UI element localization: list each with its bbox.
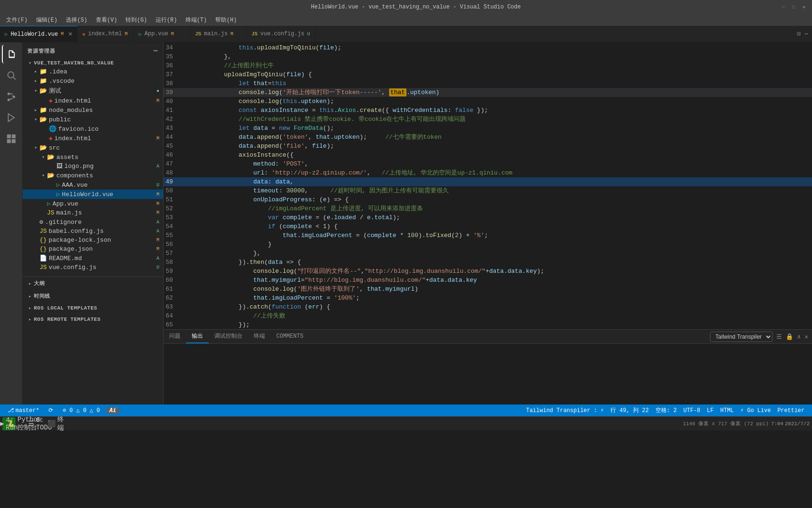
sidebar-item-ros-local[interactable]: ▸ ROS LOCAL TEMPLATES — [23, 302, 163, 314]
folder-icon: 📁 — [39, 77, 47, 85]
section-label: ROS REMOTE TEMPLATES — [34, 317, 101, 322]
sidebar-item-src[interactable]: ▾ 📂 src — [23, 143, 163, 152]
status-language[interactable]: HTML — [718, 407, 737, 414]
close-button[interactable]: ✕ — [801, 4, 807, 10]
source-control-icon[interactable] — [2, 87, 21, 106]
panel-tab-terminal[interactable]: 终端 — [248, 330, 271, 343]
svg-rect-5 — [7, 139, 10, 143]
menu-terminal[interactable]: 终端(T) — [182, 15, 211, 25]
sidebar-item-package-json[interactable]: {} package.json M — [23, 245, 163, 254]
menu-view[interactable]: 查看(V) — [92, 15, 121, 25]
tab-close-button[interactable]: × — [68, 31, 72, 38]
sidebar-item-outline[interactable]: ▸ 大纲 — [23, 277, 163, 290]
status-sync[interactable]: ⟳ — [46, 407, 56, 414]
tab-app-vue[interactable]: ▷ App.vue M — [134, 26, 190, 42]
tab-main-js[interactable]: JS main.js M — [190, 26, 247, 42]
project-name: VUE_TEST_HAVING_NO_VALUE — [34, 60, 114, 66]
system-tray: 7:04 2021/7/2 — [771, 421, 810, 427]
menu-help[interactable]: 帮助(H) — [211, 15, 241, 25]
status-spaces[interactable]: 空格: 2 — [653, 406, 680, 414]
menu-file[interactable]: 文件(F) — [2, 15, 31, 25]
sidebar-item-components[interactable]: ▾ 📂 components — [23, 171, 163, 180]
eol-text: LF — [707, 407, 713, 414]
project-root[interactable]: ▾ VUE_TEST_HAVING_NO_VALUE — [23, 59, 163, 67]
search-icon[interactable] — [2, 66, 21, 85]
more-actions-icon[interactable]: ⋯ — [804, 30, 808, 38]
code-line-41: 41 const axiosInstance = this.Axios.crea… — [164, 106, 812, 115]
panel-tab-problems[interactable]: 问题 — [164, 330, 186, 343]
vue-file-icon: ▷ — [56, 181, 60, 189]
tab-helloworld[interactable]: ▷ HelloWorld.vue M × — [0, 26, 78, 42]
sidebar-item-aaa-vue[interactable]: ▷ AAA.vue U — [23, 180, 163, 190]
status-prettier[interactable]: Prettier — [774, 407, 807, 414]
code-editor[interactable]: 34 this.uploadImgToQiniu(file); 35 }, 36… — [164, 42, 812, 329]
chevron-down-icon: ▾ — [26, 60, 34, 66]
sidebar-item-index-html-tests[interactable]: ◈ index.html M — [23, 96, 163, 105]
sidebar-item-readme[interactable]: 📄 README.md A — [23, 254, 163, 263]
status-ai[interactable]: Ai — [107, 407, 119, 414]
chevron-right-icon: ▸ — [32, 107, 39, 113]
tailwind-transpiler-select[interactable]: Tailwind Transpiler — [710, 332, 773, 342]
tab-index-html[interactable]: ◈ index.html M — [78, 26, 134, 42]
badge-A: A — [156, 220, 159, 225]
status-bar: ⎇ master* ⟳ ⊘ 0 △ 0 △ 0 Ai Tailwind Tran… — [0, 405, 812, 416]
menu-select[interactable]: 选择(S) — [62, 15, 91, 25]
tab-vue-config[interactable]: JS vue.config.js U — [247, 26, 315, 42]
sidebar-item-gitignore[interactable]: ⚙ .gitignore A — [23, 217, 163, 227]
sidebar-item-logo[interactable]: 🖼 logo.png A — [23, 162, 163, 171]
panel-icon-collapse[interactable]: ∧ — [797, 333, 801, 341]
sidebar-item-babel-config[interactable]: JS babel.config.js A — [23, 227, 163, 236]
sidebar-item-app-vue[interactable]: ▷ App.vue M — [23, 199, 163, 208]
menu-goto[interactable]: 转到(G) — [122, 15, 151, 25]
sidebar-item-node-modules[interactable]: ▸ 📁 node_modules — [23, 105, 163, 115]
panel-icon-lock[interactable]: 🔒 — [786, 333, 793, 341]
sidebar-item-package-lock[interactable]: {} package-lock.json M — [23, 236, 163, 245]
sidebar-item-timeline[interactable]: ▸ 时间线 — [23, 290, 163, 302]
status-tailwind[interactable]: Tailwind Transpiler : ⚡ — [523, 407, 607, 414]
split-editor-icon[interactable]: ⊡ — [797, 30, 801, 38]
panel-icon-list[interactable]: ☰ — [776, 333, 782, 341]
code-content: 34 this.uploadImgToQiniu(file); 35 }, 36… — [164, 42, 812, 329]
menu-edit[interactable]: 编辑(E) — [32, 15, 62, 25]
code-line-34: 34 this.uploadImgToQiniu(file); — [164, 43, 812, 52]
status-branch[interactable]: ⎇ master* — [5, 407, 42, 414]
taskbar-todo-button[interactable]: ☰ 6: TODO — [33, 417, 47, 430]
sidebar-item-helloworld-vue[interactable]: ▷ HelloWorld.vue M — [23, 190, 163, 199]
sidebar-more-button[interactable]: ⋯ — [153, 46, 158, 56]
sidebar-item-index-html-public[interactable]: ◈ index.html M — [23, 134, 163, 143]
sidebar-item-public[interactable]: ▾ 📂 public — [23, 115, 163, 124]
panel-tab-debug[interactable]: 调试控制台 — [209, 330, 248, 343]
maximize-button[interactable]: □ — [790, 4, 797, 10]
line-content: //withCredentials 禁止携带cookie. 带cookie在七牛… — [180, 115, 812, 124]
taskbar-terminal-button[interactable]: ⬛ 终端 — [49, 417, 62, 430]
explorer-icon[interactable] — [2, 45, 21, 64]
chevron-right-icon: ▸ — [26, 294, 34, 299]
panel-tab-comments[interactable]: COMMENTS — [271, 330, 309, 343]
window-controls[interactable]: ─ □ ✕ — [780, 4, 807, 10]
sidebar-item-vue-config[interactable]: JS vue.config.js U — [23, 263, 163, 272]
sidebar-item-favicon[interactable]: 🌐 favicon.ico — [23, 124, 163, 134]
run-debug-icon[interactable] — [2, 108, 21, 127]
panel-icon-close[interactable]: ✕ — [804, 333, 808, 341]
status-position[interactable]: 行 49, 列 22 — [608, 406, 652, 414]
status-errors[interactable]: ⊘ 0 △ 0 △ 0 — [60, 407, 102, 414]
sidebar-item-idea[interactable]: ▸ 📁 .idea — [23, 67, 163, 76]
code-line-44: 44 data.append('token', that.uptoken); /… — [164, 133, 812, 142]
line-number: 59 — [164, 267, 180, 276]
sidebar-item-tests[interactable]: ▾ 📂 测试 ● — [23, 86, 163, 96]
status-golive[interactable]: ⚡ Go Live — [738, 407, 774, 414]
status-eol[interactable]: LF — [704, 407, 716, 414]
extensions-icon[interactable] — [2, 129, 21, 148]
sidebar-item-vscode[interactable]: ▸ 📁 .vscode — [23, 76, 163, 86]
menu-run[interactable]: 运行(R) — [152, 15, 181, 25]
chevron-right-icon: ▸ — [32, 78, 39, 84]
status-encoding[interactable]: UTF-8 — [680, 407, 703, 414]
file-label: index.html — [55, 97, 91, 104]
line-number: 50 — [164, 186, 180, 195]
panel-tab-output[interactable]: 输出 — [186, 330, 209, 343]
folder-open-icon: 📂 — [39, 116, 47, 123]
minimize-button[interactable]: ─ — [780, 4, 787, 10]
sidebar-item-assets[interactable]: ▾ 📂 assets — [23, 152, 163, 162]
sidebar-item-main-js[interactable]: JS main.js M — [23, 208, 163, 217]
sidebar-item-ros-remote[interactable]: ▸ ROS REMOTE TEMPLATES — [23, 314, 163, 325]
